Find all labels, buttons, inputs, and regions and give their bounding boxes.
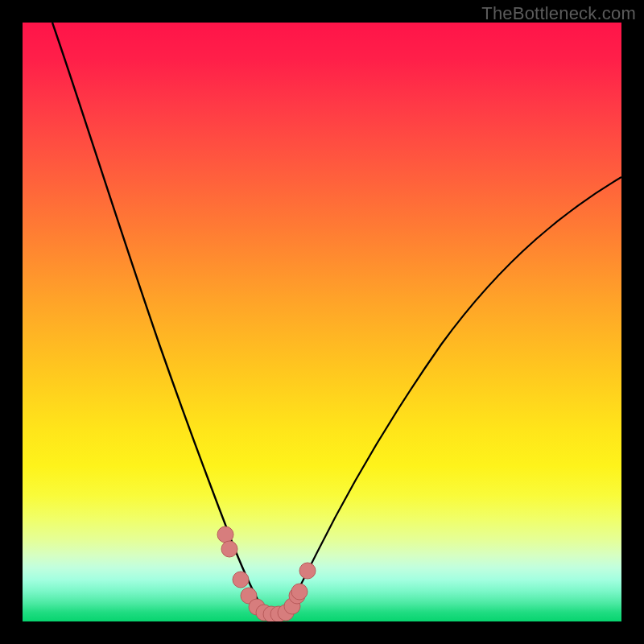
outer-frame: TheBottleneck.com	[0, 0, 644, 644]
right-curve	[286, 177, 621, 613]
plot-area	[23, 23, 621, 621]
valley-marker	[221, 541, 237, 557]
valley-marker	[233, 572, 249, 588]
left-curve	[52, 23, 265, 613]
watermark-text: TheBottleneck.com	[481, 3, 636, 24]
chart-svg	[23, 23, 621, 621]
valley-marker	[299, 563, 316, 579]
valley-marker	[217, 526, 233, 543]
valley-marker	[291, 584, 308, 600]
